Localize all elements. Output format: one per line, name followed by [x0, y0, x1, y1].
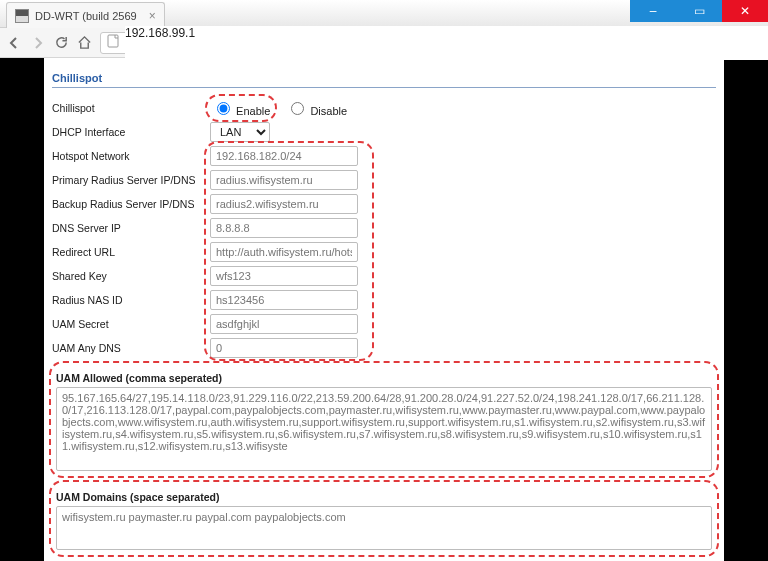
uam-domains-textarea[interactable]: wifisystem.ru paymaster.ru paypal.com pa…	[56, 506, 712, 550]
page-content: Chillispot Chillispot Enable Disable DHC…	[44, 58, 724, 561]
tab-close-icon[interactable]: ×	[149, 9, 156, 23]
redirect-url-label: Redirect URL	[52, 246, 210, 258]
window-close-button[interactable]: ✕	[722, 0, 768, 22]
dhcp-interface-select[interactable]: LAN	[210, 122, 270, 142]
uam-secret-label: UAM Secret	[52, 318, 210, 330]
uam-allowed-group: UAM Allowed (comma seperated) 95.167.165…	[52, 364, 716, 475]
radius-nas-id-input[interactable]	[210, 290, 358, 310]
uam-any-dns-label: UAM Any DNS	[52, 342, 210, 354]
window-titlebar: DD-WRT (build 2569 × – ▭ ✕	[0, 0, 768, 28]
uam-any-dns-input[interactable]	[210, 338, 358, 358]
uam-domains-label: UAM Domains (space separated)	[56, 491, 712, 503]
back-button[interactable]	[6, 34, 22, 52]
window-controls: – ▭ ✕	[630, 0, 768, 27]
reload-button[interactable]	[54, 34, 69, 52]
hotspot-network-input[interactable]	[210, 146, 358, 166]
tab-title: DD-WRT (build 2569	[35, 10, 137, 22]
dhcp-interface-label: DHCP Interface	[52, 126, 210, 138]
uam-domains-group: UAM Domains (space separated) wifisystem…	[52, 483, 716, 554]
page-viewport: Chillispot Chillispot Enable Disable DHC…	[0, 58, 768, 561]
home-button[interactable]	[77, 34, 92, 52]
window-minimize-button[interactable]: –	[630, 0, 676, 22]
address-bar[interactable]: 192.168.99.1/Hotspot.asp ☆	[100, 32, 768, 54]
chillispot-enable-radio[interactable]: Enable	[212, 105, 270, 117]
uam-secret-input[interactable]	[210, 314, 358, 334]
redirect-url-input[interactable]	[210, 242, 358, 262]
hotspot-network-label: Hotspot Network	[52, 150, 210, 162]
svg-rect-0	[108, 35, 118, 47]
section-title: Chillispot	[52, 72, 716, 88]
dns-server-label: DNS Server IP	[52, 222, 210, 234]
dns-server-input[interactable]	[210, 218, 358, 238]
url-host: 192.168.99.1	[125, 26, 768, 60]
tab-favicon	[15, 9, 29, 23]
radius-nas-id-label: Radius NAS ID	[52, 294, 210, 306]
chillispot-disable-radio[interactable]: Disable	[286, 99, 347, 117]
chillispot-section: Chillispot Chillispot Enable Disable DHC…	[52, 72, 716, 558]
window-maximize-button[interactable]: ▭	[676, 0, 722, 22]
backup-radius-label: Backup Radius Server IP/DNS	[52, 198, 210, 210]
browser-tab[interactable]: DD-WRT (build 2569 ×	[6, 2, 165, 28]
shared-key-input[interactable]	[210, 266, 358, 286]
forward-button[interactable]	[30, 34, 46, 52]
uam-allowed-textarea[interactable]: 95.167.165.64/27,195.14.118.0/23,91.229.…	[56, 387, 712, 471]
primary-radius-input[interactable]	[210, 170, 358, 190]
page-icon	[107, 34, 119, 51]
browser-toolbar: 192.168.99.1/Hotspot.asp ☆	[0, 28, 768, 58]
backup-radius-input[interactable]	[210, 194, 358, 214]
primary-radius-label: Primary Radius Server IP/DNS	[52, 174, 210, 186]
enable-highlight: Enable	[205, 94, 277, 122]
chillispot-enable-label: Chillispot	[52, 102, 210, 114]
uam-allowed-label: UAM Allowed (comma seperated)	[56, 372, 712, 384]
shared-key-label: Shared Key	[52, 270, 210, 282]
